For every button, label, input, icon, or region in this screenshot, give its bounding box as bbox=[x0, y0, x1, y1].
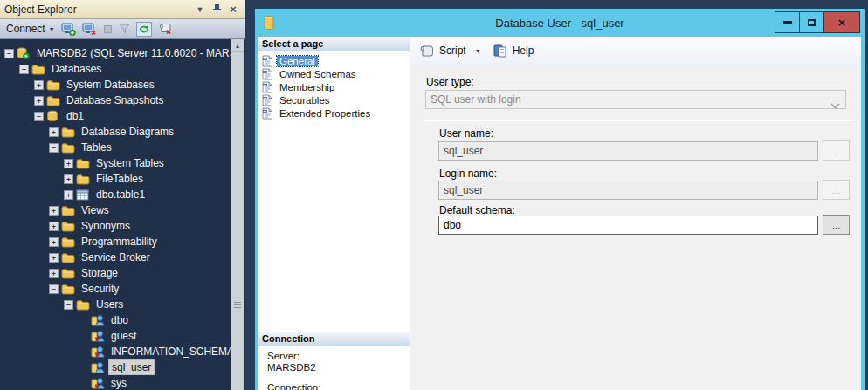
collapse-icon[interactable]: − bbox=[34, 112, 44, 121]
tree-item-guest[interactable]: guest bbox=[0, 328, 231, 344]
chevron-down-icon bbox=[830, 97, 840, 113]
expand-icon[interactable]: + bbox=[49, 237, 59, 247]
tree-item-databases[interactable]: −Databases bbox=[0, 61, 231, 77]
database-cylinder-icon bbox=[264, 15, 274, 35]
tree-item-db1[interactable]: −db1 bbox=[0, 108, 231, 124]
collapse-icon[interactable]: − bbox=[4, 49, 14, 58]
user-name-browse-button[interactable]: ... bbox=[823, 140, 850, 161]
page-icon bbox=[261, 107, 273, 120]
tree-item-label: Synonyms bbox=[79, 219, 133, 233]
scroll-up-icon[interactable]: ▲ bbox=[231, 39, 244, 52]
tree-item-information-schema[interactable]: INFORMATION_SCHEMA bbox=[0, 344, 231, 359]
tree-item-sql-user[interactable]: sql_user bbox=[0, 359, 231, 375]
tree-item-security[interactable]: −Security bbox=[0, 281, 231, 297]
connect-button[interactable]: Connect ▼ bbox=[6, 23, 55, 35]
page-icon bbox=[261, 55, 273, 67]
scrollbar-grip[interactable] bbox=[234, 302, 241, 309]
tree-item-synonyms[interactable]: +Synonyms bbox=[0, 218, 231, 234]
tree-item-dbo[interactable]: dbo bbox=[0, 312, 231, 328]
page-icon bbox=[261, 68, 273, 80]
window-position-icon[interactable]: ▼ bbox=[193, 3, 207, 16]
connect-label: Connect bbox=[6, 23, 45, 35]
dialog-titlebar[interactable]: Database User - sql_user × bbox=[255, 9, 865, 37]
tree-item-label: Programmability bbox=[79, 235, 160, 249]
user-type-combo[interactable]: SQL user with login bbox=[425, 90, 846, 109]
page-item-general[interactable]: General bbox=[258, 54, 410, 67]
filter-icon[interactable] bbox=[119, 24, 130, 34]
connection-info: Server: MARSDB2 bbox=[267, 351, 408, 373]
refresh-icon[interactable] bbox=[136, 22, 152, 37]
page-item-owned-schemas[interactable]: Owned Schemas bbox=[258, 67, 410, 80]
close-icon: × bbox=[838, 16, 846, 29]
script-button[interactable]: Script bbox=[439, 44, 466, 57]
tree-item-dbo-table1[interactable]: +dbo.table1 bbox=[0, 187, 231, 202]
expander-slot: − bbox=[33, 112, 45, 121]
user-name-field[interactable]: sql_user bbox=[438, 141, 818, 161]
tree-item-database-snapshots[interactable]: +Database Snapshots bbox=[0, 92, 231, 108]
folder-icon bbox=[46, 95, 60, 106]
tree-item-sys[interactable]: sys bbox=[0, 375, 231, 390]
tree-item-programmability[interactable]: +Programmability bbox=[0, 234, 231, 250]
page-item-securables[interactable]: Securables bbox=[258, 93, 410, 106]
tree-item-views[interactable]: +Views bbox=[0, 202, 231, 218]
tree-item-system-tables[interactable]: +System Tables bbox=[0, 155, 231, 171]
folder-icon bbox=[61, 142, 75, 154]
tree-scrollbar[interactable]: ▲ bbox=[231, 39, 244, 390]
expand-icon[interactable]: + bbox=[34, 80, 44, 90]
tree-item-filetables[interactable]: +FileTables bbox=[0, 171, 231, 187]
folder-icon bbox=[76, 158, 90, 169]
expand-icon[interactable]: + bbox=[64, 159, 73, 168]
default-schema-browse-button[interactable]: ... bbox=[823, 215, 850, 235]
collapse-icon[interactable]: − bbox=[64, 300, 73, 310]
tree-item-marsdb2-sql-server-11-0-6020-m[interactable]: −MARSDB2 (SQL Server 11.0.6020 - MARSD bbox=[0, 45, 231, 61]
expand-icon[interactable]: + bbox=[49, 269, 59, 278]
expander-slot: + bbox=[48, 127, 59, 137]
expand-icon[interactable]: + bbox=[49, 222, 59, 231]
expand-icon[interactable]: + bbox=[49, 253, 59, 263]
expand-icon[interactable]: + bbox=[49, 127, 59, 137]
collapse-icon[interactable]: − bbox=[49, 143, 59, 153]
close-button[interactable]: × bbox=[823, 11, 860, 33]
collapse-icon[interactable]: − bbox=[49, 284, 59, 294]
tree-item-users[interactable]: −Users bbox=[0, 297, 231, 312]
minimize-button[interactable] bbox=[775, 11, 800, 33]
login-name-browse-button[interactable]: ... bbox=[823, 180, 850, 200]
page-item-extended-properties[interactable]: Extended Properties bbox=[258, 106, 410, 120]
expand-icon[interactable]: + bbox=[49, 206, 59, 216]
tree-item-storage[interactable]: +Storage bbox=[0, 265, 231, 281]
tree-item-label: MARSDB2 (SQL Server 11.0.6020 - MARSD bbox=[34, 46, 231, 60]
expand-icon[interactable]: + bbox=[64, 190, 73, 200]
tree-item-tables[interactable]: −Tables bbox=[0, 140, 231, 155]
tree-item-system-databases[interactable]: +System Databases bbox=[0, 77, 231, 92]
login-name-field[interactable]: sql_user bbox=[438, 181, 818, 200]
script-scroll-icon bbox=[419, 44, 434, 58]
object-explorer-tree: −MARSDB2 (SQL Server 11.0.6020 - MARSD−D… bbox=[0, 39, 231, 390]
pin-icon[interactable] bbox=[210, 3, 224, 16]
default-schema-field[interactable]: dbo bbox=[438, 216, 818, 235]
folder-icon bbox=[61, 127, 75, 138]
connect-server-icon[interactable] bbox=[61, 23, 76, 36]
tree-item-label: Database Diagrams bbox=[79, 125, 176, 139]
expander-slot: + bbox=[63, 190, 74, 200]
page-item-label: Membership bbox=[277, 82, 337, 92]
help-button[interactable]: Help bbox=[513, 44, 534, 57]
section-divider bbox=[425, 120, 853, 121]
expand-icon[interactable]: + bbox=[64, 174, 73, 184]
page-item-label: Securables bbox=[277, 95, 333, 106]
collapse-icon[interactable]: − bbox=[19, 65, 29, 74]
tree-item-database-diagrams[interactable]: +Database Diagrams bbox=[0, 124, 231, 140]
disconnect-server-icon[interactable] bbox=[82, 23, 97, 36]
tree-item-label: INFORMATION_SCHEMA bbox=[108, 345, 231, 359]
expand-icon[interactable]: + bbox=[34, 96, 44, 106]
script-dropdown-icon[interactable]: ▼ bbox=[475, 48, 481, 54]
tree-item-service-broker[interactable]: +Service Broker bbox=[0, 250, 231, 265]
tree-item-label: sql_user bbox=[108, 359, 155, 375]
page-icon bbox=[261, 94, 273, 106]
server-icon bbox=[17, 47, 31, 59]
page-item-membership[interactable]: Membership bbox=[258, 80, 410, 93]
script-error-icon[interactable] bbox=[158, 23, 172, 35]
screenshot-root: { "object_explorer": { "title": "Object … bbox=[0, 0, 868, 390]
close-icon[interactable]: × bbox=[226, 3, 240, 16]
expander-slot: − bbox=[48, 143, 59, 153]
maximize-button[interactable] bbox=[799, 11, 824, 33]
